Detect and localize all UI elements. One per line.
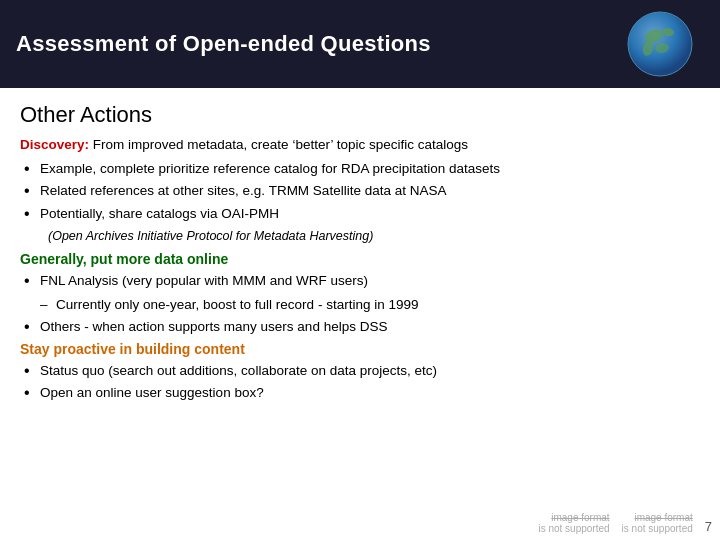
slide: Assessment of Open-ended Questions	[0, 0, 720, 540]
slide-title: Assessment of Open-ended Questions	[16, 31, 431, 57]
discovery-label: Discovery:	[20, 137, 89, 152]
list-item: Open an online user suggestion box?	[20, 383, 700, 403]
list-item: Potentially, share catalogs via OAI-PMH	[20, 204, 700, 224]
list-item: Example, complete prioritize reference c…	[20, 159, 700, 179]
image-note-line3: image format	[622, 512, 693, 523]
stay-bullet-list: Status quo (search out additions, collab…	[20, 361, 700, 403]
discovery-bullet-list: Example, complete prioritize reference c…	[20, 159, 700, 224]
image-format-note2: image format is not supported	[622, 512, 693, 534]
generally-bullet-list: FNL Analysis (very popular with MMM and …	[20, 271, 700, 291]
bottom-right-area: image format is not supported image form…	[538, 512, 712, 534]
globe-image	[626, 10, 694, 78]
generally-heading: Generally, put more data online	[20, 251, 700, 267]
fnl-sub-bullet: Currently only one-year, boost to full r…	[20, 295, 700, 315]
slide-header: Assessment of Open-ended Questions	[0, 0, 720, 88]
list-item: FNL Analysis (very popular with MMM and …	[20, 271, 700, 291]
image-note-line2: is not supported	[538, 523, 609, 534]
list-item: Others - when action supports many users…	[20, 317, 700, 337]
section-title: Other Actions	[20, 102, 700, 128]
slide-number: 7	[705, 519, 712, 534]
others-bullet-list: Others - when action supports many users…	[20, 317, 700, 337]
list-item: Related references at other sites, e.g. …	[20, 181, 700, 201]
stay-heading: Stay proactive in building content	[20, 341, 700, 357]
italic-note: (Open Archives Initiative Protocol for M…	[20, 228, 700, 246]
image-format-note: image format is not supported	[538, 512, 609, 534]
image-note-line4: is not supported	[622, 523, 693, 534]
slide-content: Other Actions Discovery: From improved m…	[0, 88, 720, 421]
discovery-text: From improved metadata, create ‘better’ …	[89, 137, 468, 152]
list-item: Status quo (search out additions, collab…	[20, 361, 700, 381]
image-note-line1: image format	[538, 512, 609, 523]
discovery-line: Discovery: From improved metadata, creat…	[20, 136, 700, 155]
